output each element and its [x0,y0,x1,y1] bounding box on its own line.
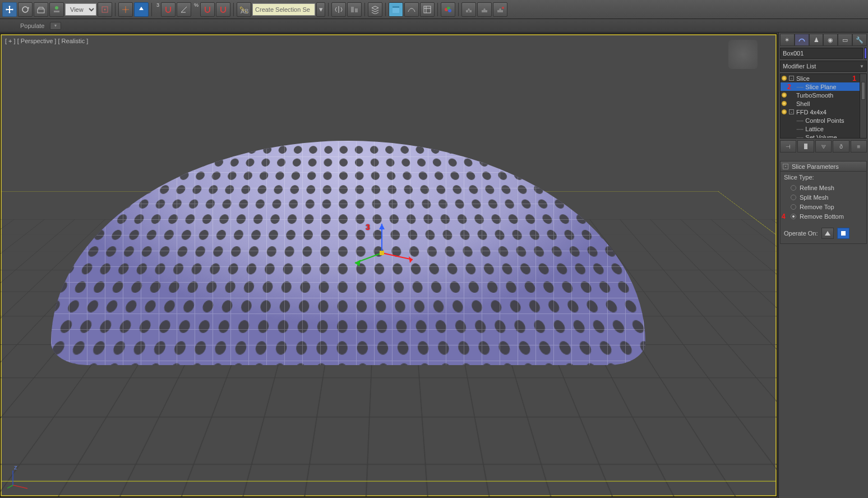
configure-modifier-sets-button[interactable]: ≡ [851,140,867,153]
modifier-stack-row[interactable]: Shell [781,99,860,108]
make-unique-button[interactable]: ⩔ [815,140,832,153]
lightbulb-icon[interactable] [782,93,787,98]
operate-on-poly-button[interactable] [837,228,849,239]
modifier-stack[interactable]: -Slice1······Slice Plane2TurboSmoothShel… [780,73,867,139]
radio-icon [791,185,796,191]
angle-snap-button[interactable] [177,2,191,17]
command-panel: ✶ ♟ ◉ ▭ 🔧 Modifier List ▼ -Slice1······S… [778,33,868,498]
material-editor-button[interactable] [441,2,455,17]
slice-type-label: Slice Type: [784,174,863,181]
svg-point-2 [55,6,58,10]
modifier-label: Slice Plane [805,84,836,90]
stack-button-row: ⊣ ⩔ ð ≡ [780,140,867,153]
create-tab[interactable]: ✶ [780,34,795,46]
layer-manager-button[interactable] [368,2,382,17]
show-end-result-button[interactable] [797,140,814,153]
svg-marker-19 [409,256,413,263]
scale-tool-button[interactable] [34,2,48,17]
modifier-stack-row[interactable]: TurboSmooth [781,91,860,99]
svg-rect-3 [54,11,59,12]
lightbulb-icon[interactable] [782,101,787,106]
viewport-label[interactable]: [ + ] [ Perspective ] [ Realistic ] [5,38,88,44]
viewport[interactable]: [ + ] [ Perspective ] [ Realistic ] 3 [0,34,777,497]
snap-toggle-button[interactable] [161,2,176,17]
modifier-label: Shell [796,100,810,107]
named-selection-input[interactable] [252,3,315,16]
annotation-marker-2: 2 [787,83,791,91]
render-frame-button[interactable] [477,2,492,17]
lightbulb-icon[interactable] [782,76,787,81]
rollout-header[interactable]: - Slice Parameters [781,162,866,172]
scene-explorer-button[interactable] [389,2,403,17]
edit-named-sel-button[interactable]: ABC [237,2,251,17]
radio-label: Refine Mesh [800,185,834,191]
ref-coord-dropdown[interactable]: View [65,3,96,16]
spinner-snap-button[interactable] [216,2,230,17]
expand-icon[interactable]: - [789,76,794,81]
object-name-input[interactable] [780,48,863,59]
radio-label: Remove Top [800,204,834,210]
move-tool-button[interactable] [2,2,17,17]
modify-icon [798,36,806,44]
create-icon: ✶ [784,36,789,44]
modifier-stack-scrollbar[interactable] [860,74,866,138]
rotate-tool-button[interactable] [18,2,33,17]
render-production-button[interactable] [493,2,507,17]
modifier-stack-row[interactable]: ······Set Volume [781,133,860,138]
keyboard-shortcut-toggle[interactable] [134,2,149,17]
slice-parameters-rollout: - Slice Parameters Slice Type: Refine Me… [780,161,867,244]
mirror-button[interactable] [331,2,346,17]
named-selection-dropdown-button[interactable]: ▾ [316,2,325,17]
hierarchy-icon: ♟ [814,36,819,44]
render-setup-button[interactable] [461,2,476,17]
chevron-down-icon: ▼ [860,64,864,69]
schematic-view-button[interactable] [420,2,435,17]
populate-tab[interactable]: Populate [20,22,44,29]
svg-rect-30 [841,231,846,236]
slice-type-radio[interactable]: Refine Mesh [784,183,863,192]
select-manipulate-button[interactable] [118,2,133,17]
object-color-swatch[interactable] [864,48,867,59]
ribbon-expand-button[interactable]: ▾ [50,22,61,30]
utilities-tab[interactable]: 🔧 [852,34,867,46]
radio-icon [791,195,796,200]
align-button[interactable] [347,2,362,17]
pin-stack-button[interactable]: ⊣ [780,140,796,153]
use-pivot-center-button[interactable] [98,2,112,17]
modifier-stack-row[interactable]: ······Control Points [781,116,860,125]
operate-on-faces-button[interactable] [821,228,834,239]
modifier-label: Set Volume [805,134,837,139]
svg-rect-12 [424,6,431,13]
display-tab[interactable]: ▭ [838,34,852,46]
slice-type-radio[interactable]: Split Mesh [784,192,863,202]
modify-tab[interactable] [795,34,809,46]
modifier-stack-row[interactable]: -Slice1 [781,74,860,82]
world-axis-indicator: z [7,465,33,492]
modifier-stack-row[interactable]: ······Slice Plane2 [781,82,860,91]
expand-icon[interactable]: - [789,109,794,114]
percent-snap-button[interactable] [200,2,215,17]
motion-tab[interactable]: ◉ [823,34,838,46]
dome-mesh[interactable] [51,141,645,365]
snap-indicator-number: 3 [156,2,159,8]
radio-label: Remove Bottom [800,213,844,220]
tree-dots: ······ [796,84,803,90]
slice-type-radio[interactable]: 4Remove Bottom [784,211,863,221]
slice-type-radio[interactable]: Remove Top [784,202,863,211]
percent-snap-label: % [194,2,198,8]
svg-point-0 [22,7,28,12]
curve-editor-button[interactable] [404,2,419,17]
radio-icon [791,214,796,219]
svg-rect-11 [393,6,399,8]
svg-rect-1 [38,9,44,13]
remove-modifier-button[interactable]: ð [833,140,849,153]
viewcube[interactable] [728,40,758,69]
hierarchy-tab[interactable]: ♟ [809,34,824,46]
placement-tool-button[interactable] [49,2,64,17]
lightbulb-icon[interactable] [782,109,787,114]
modifier-label: Control Points [805,117,844,124]
modifier-list-dropdown[interactable]: Modifier List ▼ [780,61,867,72]
modifier-stack-row[interactable]: -FFD 4x4x4 [781,108,860,116]
modifier-stack-row[interactable]: ······Lattice [781,125,860,133]
command-panel-tabs: ✶ ♟ ◉ ▭ 🔧 [780,34,867,46]
